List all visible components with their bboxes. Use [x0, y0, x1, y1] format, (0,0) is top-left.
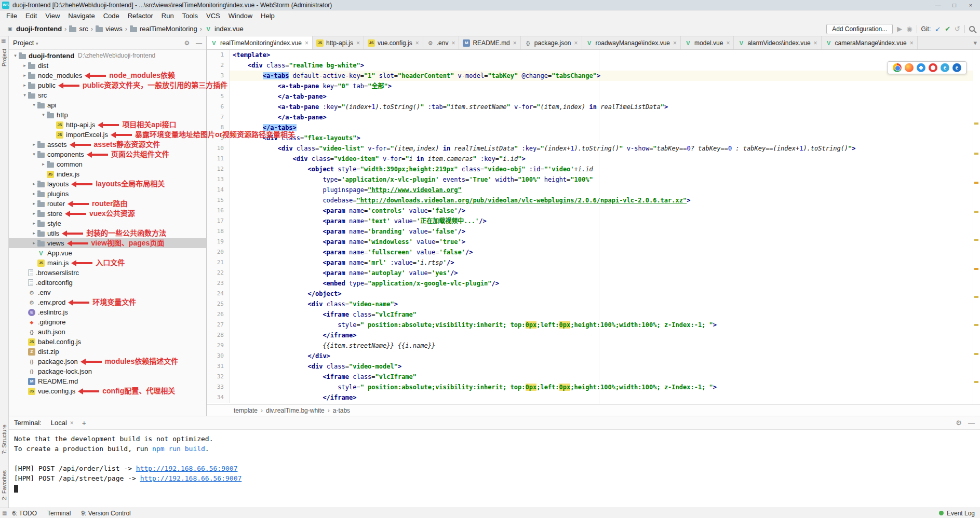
close-icon[interactable]: ×: [415, 39, 419, 47]
code-line[interactable]: 12 <object style="width:390px;height:219…: [207, 164, 980, 174]
opera-browser-icon[interactable]: [929, 63, 937, 72]
terminal-minimize-icon[interactable]: —: [968, 419, 975, 427]
tree-item[interactable]: {}package.jsonmodules依赖描述文件: [9, 357, 206, 366]
chrome-browser-icon[interactable]: [893, 63, 902, 72]
terminal-link[interactable]: http://192.168.66.56:9007: [136, 465, 238, 472]
maximize-button[interactable]: □: [947, 2, 962, 8]
editor-breadcrumb-item[interactable]: a-tabs: [333, 407, 350, 414]
line-number[interactable]: 32: [207, 372, 230, 382]
code-line[interactable]: 9 <div class="flex-layouts">: [207, 133, 980, 143]
code-line[interactable]: 20 <param name='fullscreen' value='false…: [207, 247, 980, 257]
tool-button-project[interactable]: Project: [1, 49, 7, 66]
code-line[interactable]: 33 style=" position:absolute;visibility:…: [207, 382, 980, 392]
safari-browser-icon[interactable]: [917, 63, 925, 72]
tree-item[interactable]: ◆.gitignore: [9, 317, 206, 327]
code-line[interactable]: 15 codebase="http://downloads.videolan.o…: [207, 195, 980, 206]
line-number[interactable]: 24: [207, 289, 230, 299]
editor-tab[interactable]: Vmodel.vue×: [681, 36, 734, 49]
code-line[interactable]: 31 <div class="video-model">: [207, 361, 980, 372]
breadcrumb-item[interactable]: views: [96, 25, 123, 33]
chevron-down-icon[interactable]: ▾: [36, 41, 38, 46]
chevron-down-icon[interactable]: ▾: [31, 100, 37, 110]
code-line[interactable]: 34 </iframe>: [207, 392, 980, 403]
editor-breadcrumb-item[interactable]: template: [234, 407, 258, 414]
line-number[interactable]: 23: [207, 278, 230, 289]
code-line[interactable]: 19 <param name='windowless' value='true'…: [207, 237, 980, 247]
tree-item[interactable]: JSindex.js: [9, 169, 206, 179]
tree-item[interactable]: ▾components页面公共组件文件: [9, 149, 206, 159]
line-number[interactable]: 25: [207, 299, 230, 309]
tool-button-favorites[interactable]: 2: Favorites: [1, 470, 7, 500]
menu-item-view[interactable]: View: [41, 10, 64, 22]
code-line[interactable]: 2 <div class="realTime bg-white">: [207, 60, 980, 71]
code-line[interactable]: 24 </object>: [207, 289, 980, 299]
tool-windows-icon[interactable]: ▦: [1, 38, 6, 44]
code-line[interactable]: 10 <div class="video-list" v-for="(item,…: [207, 143, 980, 154]
tree-item[interactable]: ▸storevuex公共资源: [9, 209, 206, 219]
editor-tab[interactable]: ⚙.env×: [423, 36, 460, 49]
tree-item[interactable]: ▸common: [9, 159, 206, 169]
line-number[interactable]: 17: [207, 216, 230, 226]
code-line[interactable]: 14 pluginspage="http://www.videolan.org": [207, 185, 980, 195]
ie-browser-icon[interactable]: e: [941, 63, 949, 72]
tree-item[interactable]: JSvue.config.jsconfig配置、代理相关: [9, 386, 206, 396]
code-line[interactable]: 27 style=" position:absolute;visibility:…: [207, 320, 980, 330]
tree-item[interactable]: ▸node_modulesnode_modules依赖: [9, 71, 206, 80]
line-number[interactable]: 27: [207, 320, 230, 330]
line-number[interactable]: 5: [207, 91, 230, 102]
menu-item-tools[interactable]: Tools: [178, 10, 202, 22]
line-number[interactable]: 3: [207, 71, 230, 81]
chevron-down-icon[interactable]: ▾: [12, 51, 19, 61]
line-number[interactable]: 2: [207, 60, 230, 71]
menu-item-edit[interactable]: Edit: [21, 10, 41, 22]
code-line[interactable]: 16 <param name='controls' value='false'/…: [207, 206, 980, 216]
tree-item[interactable]: ▾duoji-frontendD:\zheheWeb\duoji-fronten…: [9, 51, 206, 61]
editor-tab[interactable]: VroadwayManage\index.vue×: [582, 36, 681, 49]
line-number[interactable]: 28: [207, 330, 230, 340]
chevron-right-icon[interactable]: ▸: [31, 179, 37, 189]
code-line[interactable]: 7 </a-tab-pane>: [207, 112, 980, 122]
tab-list-icon[interactable]: ▾: [973, 39, 977, 47]
tree-item[interactable]: JSbabel.config.js: [9, 337, 206, 347]
code-line[interactable]: 11 <div class="video-item" v-for="i in i…: [207, 154, 980, 164]
close-icon[interactable]: ×: [574, 39, 578, 47]
git-update-icon[interactable]: ↙: [935, 25, 941, 33]
search-icon[interactable]: [969, 26, 975, 32]
git-commit-icon[interactable]: ✔: [945, 25, 950, 33]
line-number[interactable]: 26: [207, 309, 230, 320]
line-number[interactable]: 6: [207, 102, 230, 112]
code-line[interactable]: 3 <a-tabs default-active-key="1" slot="h…: [207, 71, 980, 81]
tree-item[interactable]: ▸layoutslayouts全局布局相关: [9, 179, 206, 189]
line-number[interactable]: 30: [207, 351, 230, 361]
line-number[interactable]: 16: [207, 206, 230, 216]
close-icon[interactable]: ×: [451, 39, 455, 47]
code-line[interactable]: 1<template>: [207, 50, 980, 60]
tree-item[interactable]: .browserslistrc: [9, 268, 206, 278]
menu-item-refactor[interactable]: Refactor: [124, 10, 157, 22]
edge-browser-icon[interactable]: e: [952, 63, 961, 72]
error-stripe[interactable]: [973, 50, 980, 404]
tree-item[interactable]: ▾src: [9, 90, 206, 100]
line-number[interactable]: 31: [207, 361, 230, 372]
tree-item[interactable]: JShttp-api.js项目相关api接口: [9, 120, 206, 130]
line-number[interactable]: 18: [207, 226, 230, 237]
tree-item[interactable]: ▸routerrouter路由: [9, 199, 206, 209]
menu-item-help[interactable]: Help: [257, 10, 279, 22]
tree-item[interactable]: ▸style: [9, 219, 206, 228]
tree-item[interactable]: E.eslintrc.js: [9, 307, 206, 317]
tree-item[interactable]: ▸viewsview视图、pages页面: [9, 238, 206, 248]
chevron-right-icon[interactable]: ▸: [21, 80, 28, 90]
editor-tab[interactable]: VcameraManage\index.vue×: [822, 36, 918, 49]
status-item-9-version-control[interactable]: 9: Version Control: [81, 510, 130, 517]
chevron-down-icon[interactable]: ▾: [31, 149, 37, 159]
hide-panel-icon[interactable]: —: [196, 39, 202, 47]
menu-item-window[interactable]: Window: [224, 10, 257, 22]
tree-item[interactable]: ⚙.env.prod环境变量文件: [9, 297, 206, 307]
tree-item[interactable]: ▸dist: [9, 61, 206, 71]
minimize-button[interactable]: —: [931, 2, 945, 8]
chevron-down-icon[interactable]: ▾: [21, 90, 28, 100]
firefox-browser-icon[interactable]: [905, 63, 914, 72]
line-number[interactable]: 12: [207, 164, 230, 174]
chevron-right-icon[interactable]: ▸: [40, 159, 47, 169]
tool-button-structure[interactable]: 7: Structure: [1, 425, 7, 454]
